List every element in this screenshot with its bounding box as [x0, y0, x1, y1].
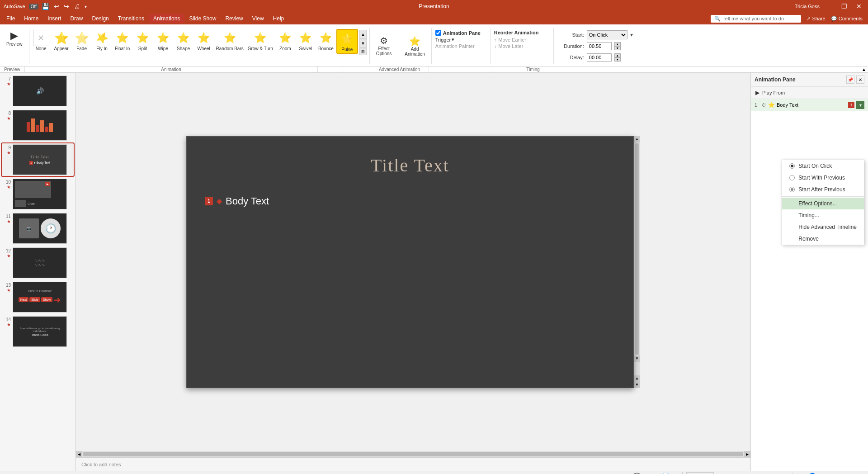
vscroll-up-btn[interactable]: ▲ — [634, 136, 640, 142]
close-button[interactable]: ✕ — [854, 2, 864, 11]
anim-none-btn[interactable]: ✕ None — [31, 29, 51, 52]
delay-up[interactable]: ▲ — [614, 53, 621, 57]
anim-pane-close[interactable]: ✕ — [856, 76, 864, 84]
delay-down[interactable]: ▼ — [614, 57, 621, 62]
slide-thumb-7[interactable]: 7 ★ 🔊 — [2, 75, 74, 107]
anim-wheel-btn[interactable]: ⭐ Wheel — [194, 29, 214, 52]
menu-transitions[interactable]: Transitions — [113, 14, 149, 23]
redo-button[interactable]: ↪ — [62, 2, 71, 10]
comments-btn[interactable]: 💬 Comments — [831, 16, 863, 22]
menu-help[interactable]: Help — [269, 14, 289, 23]
anim-pane-pin[interactable]: 📌 — [846, 76, 854, 84]
anim-scroll-up[interactable]: ▲ — [359, 30, 367, 39]
zoom-slider[interactable] — [802, 473, 839, 474]
vscroll-expand-dn[interactable]: ▼ — [634, 382, 640, 388]
dropdown-start-on-click[interactable]: Start On Click — [782, 160, 864, 172]
start-select[interactable]: On Click With Previous After Previous — [587, 30, 627, 39]
slide-thumb-12[interactable]: 12 ★ ∿∿∿∿∿∿ — [2, 246, 74, 279]
menu-home[interactable]: Home — [19, 14, 43, 23]
anim-scroll-more[interactable]: ▼ — [359, 39, 367, 48]
slide-sorter-btn[interactable]: ⊟ — [653, 473, 659, 474]
radio-start-after-previous — [789, 187, 795, 192]
normal-view-btn[interactable]: ⊞ — [644, 473, 650, 474]
menu-slideshow[interactable]: Slide Show — [184, 14, 221, 23]
anim-wipe-btn[interactable]: ⭐ Wipe — [153, 29, 173, 52]
move-earlier-btn[interactable]: ↑Move Earlier — [494, 37, 550, 43]
add-animation-button[interactable]: ⭐ Add Animation — [402, 34, 427, 58]
slide-thumb-14[interactable]: 14 ★ Special thanks go to the following … — [2, 315, 74, 348]
preview-button[interactable]: ▶ Preview — [4, 29, 25, 48]
slide-thumb-8[interactable]: 8 ★ — [2, 109, 74, 142]
maximize-button[interactable]: ❐ — [839, 2, 850, 11]
move-later-btn[interactable]: ↓Move Later — [494, 43, 550, 49]
anim-split-btn[interactable]: ⭐ Split — [133, 29, 153, 52]
menu-review[interactable]: Review — [221, 14, 247, 23]
share-btn[interactable]: ↗ Share — [807, 16, 825, 22]
duration-down[interactable]: ▼ — [614, 46, 621, 50]
reading-view-btn[interactable]: 📄 — [662, 473, 670, 474]
menu-design[interactable]: Design — [87, 14, 113, 23]
canvas-scroll[interactable]: Title Text 1 ◆ Body Text ▲ ▼ — [76, 73, 750, 451]
comment-view-btn[interactable]: 💬 — [633, 473, 641, 474]
duration-input[interactable] — [587, 42, 612, 50]
menu-insert[interactable]: Insert — [43, 14, 66, 23]
menu-animations[interactable]: Animations — [149, 14, 184, 23]
anim-floatin-btn[interactable]: ⭐ Float In — [113, 29, 132, 52]
hscroll-right-btn[interactable]: ▶ — [744, 451, 750, 457]
save-button[interactable]: 💾 — [40, 2, 51, 10]
anim-pulse-btn[interactable]: ⭐ Pulse — [336, 29, 358, 54]
anim-item-1[interactable]: 1 ⏱ ⭐ Body Text 1 ▾ — [751, 99, 868, 111]
animation-pane-checkbox[interactable] — [435, 30, 441, 36]
start-dropdown-arrow[interactable]: ▾ — [630, 32, 633, 38]
anim-appear-btn[interactable]: ⭐ Appear — [52, 29, 71, 52]
canvas-hscrollbar[interactable]: ◀ ▶ — [76, 451, 750, 457]
dropdown-effect-options[interactable]: Effect Options... — [782, 198, 864, 209]
autosave-toggle[interactable]: Off — [29, 4, 38, 9]
anim-growturn-btn[interactable]: ⭐ Grow & Turn — [246, 29, 275, 52]
zoom-out-btn[interactable]: − — [797, 473, 800, 474]
dropdown-timing[interactable]: Timing... — [782, 209, 864, 221]
delay-input[interactable] — [587, 53, 612, 62]
dropdown-start-after-previous[interactable]: Start After Previous — [782, 184, 864, 195]
slide-thumb-9[interactable]: 9 ★ Title Text 1 ♦ Body Text — [2, 143, 74, 176]
print-button[interactable]: 🖨 — [72, 2, 81, 10]
slideshow-btn[interactable]: ▶ — [674, 473, 679, 474]
ribbon-collapse-btn[interactable]: ▲ — [862, 67, 866, 72]
check-button[interactable]: ▾ — [83, 4, 88, 9]
anim-fade-btn[interactable]: ⭐ Fade — [72, 29, 92, 52]
animation-painter-btn[interactable]: Animation Painter — [435, 43, 475, 49]
effect-options-button[interactable]: ⚙ Effect Options — [373, 34, 394, 58]
slide-thumb-10[interactable]: 10 ★ ▶ Chart — [2, 178, 74, 210]
dropdown-remove[interactable]: Remove — [782, 233, 864, 245]
menu-view[interactable]: View — [248, 14, 269, 23]
zoom-in-btn[interactable]: + — [840, 473, 844, 474]
vscroll-expand-up[interactable]: ▲ — [634, 375, 640, 382]
animation-pane-btn[interactable]: Animation Pane — [443, 30, 481, 36]
dropdown-hide-timeline[interactable]: Hide Advanced Timeline — [782, 221, 864, 233]
anim-scroll-expand[interactable]: ⊞ — [359, 48, 367, 55]
anim-shape-btn[interactable]: ⭐ Shape — [174, 29, 193, 52]
anim-item-menu-btn[interactable]: ▾ — [856, 101, 864, 109]
anim-swivel-btn[interactable]: ⭐ Swivel — [296, 29, 316, 52]
canvas-vscrollbar[interactable]: ▲ ▼ ▲ ▼ — [634, 136, 640, 388]
anim-flyin-btn[interactable]: ⭐ Fly In — [92, 29, 112, 52]
anim-bounce-btn[interactable]: ⭐ Bounce — [316, 29, 336, 52]
vscroll-down-btn[interactable]: ▼ — [634, 356, 640, 362]
trigger-button[interactable]: Trigger ▾ — [435, 37, 454, 43]
search-input[interactable] — [722, 16, 795, 21]
anim-zoom-btn[interactable]: ⭐ Zoom — [275, 29, 295, 52]
menu-file[interactable]: File — [2, 14, 19, 23]
slide-canvas[interactable]: Title Text 1 ◆ Body Text — [186, 136, 634, 388]
play-from-btn[interactable]: ▶ Play From — [751, 87, 868, 99]
duration-up[interactable]: ▲ — [614, 42, 621, 46]
dropdown-start-with-previous[interactable]: Start With Previous — [782, 172, 864, 184]
timeline-unit-select[interactable]: Seconds — [686, 472, 714, 474]
notes-bar[interactable]: Click to add notes — [76, 457, 750, 471]
anim-randombars-btn[interactable]: ⭐ Random Bars — [214, 29, 245, 52]
menu-draw[interactable]: Draw — [66, 14, 87, 23]
slide-thumb-13[interactable]: 13 ★ Click to Continue Next Slide Show ➜ — [2, 281, 74, 313]
minimize-button[interactable]: — — [823, 2, 835, 11]
slide-thumb-11[interactable]: 11 ★ 📷 🕐 — [2, 212, 74, 245]
hscroll-left-btn[interactable]: ◀ — [76, 451, 82, 457]
undo-button[interactable]: ↩ — [52, 2, 61, 10]
